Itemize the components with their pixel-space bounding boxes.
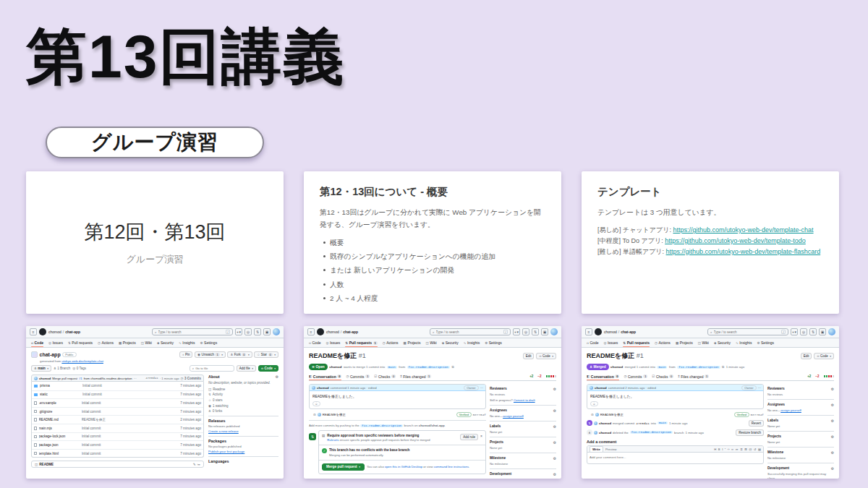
template-link-url[interactable]: https://github.com/utokyo-web-dev/templa… (666, 248, 821, 255)
file-row[interactable]: .env.sample Initial commit 7 minutes ago (32, 398, 203, 407)
comment-menu[interactable]: ⋯ (758, 386, 761, 390)
breadcrumb-owner[interactable]: chomod (604, 330, 617, 334)
github-logo[interactable] (595, 328, 602, 335)
repo-nav-tab[interactable]: ◈Security (157, 338, 174, 347)
user-avatar[interactable] (273, 328, 280, 335)
editor-toolbar-icon[interactable]: I (722, 448, 723, 451)
tags-link[interactable]: ◎0 Tags (72, 367, 86, 370)
commit-message[interactable]: from chomod/fix-readme-description (84, 377, 132, 380)
repo-stat[interactable]: ◫Readme (208, 388, 278, 391)
code-button[interactable]: ‹›Code▾ (814, 353, 834, 359)
editor-toolbar-icon[interactable]: ∞ (731, 448, 733, 451)
pr-tab[interactable]: ±Files changed1 (678, 372, 709, 380)
file-row[interactable]: static Initial commit 7 minutes ago (32, 390, 203, 399)
header-action-button[interactable]: ▣ (541, 328, 548, 335)
pr-tab[interactable]: ◧Conversation0 (587, 372, 619, 380)
hamburger-menu-button[interactable]: ≡ (585, 328, 592, 335)
repo-nav-tab[interactable]: ⇅Pull requests (68, 338, 93, 347)
gear-icon[interactable]: ⚙ (831, 435, 834, 439)
sidebar-inline-link[interactable]: assign yourself (780, 408, 801, 412)
header-action-button[interactable]: +▾ (791, 328, 798, 335)
event-author[interactable]: chomod (599, 431, 611, 435)
header-action-button[interactable]: ◎ (522, 328, 529, 335)
template-link-url[interactable]: https://github.com/utokyo-web-dev/templa… (665, 237, 806, 244)
repo-stat[interactable]: ◉1 watching (208, 404, 278, 408)
go-to-file-input[interactable] (195, 367, 231, 370)
pr-tab[interactable]: ◧Conversation0 (309, 372, 341, 380)
repo-nav-tab[interactable]: ▦Projects (119, 338, 136, 347)
comment-author[interactable]: chomod (595, 386, 607, 390)
gear-icon[interactable]: ⚙ (553, 387, 556, 391)
gear-icon[interactable]: ⚙ (831, 419, 834, 423)
pr-tab[interactable]: ±Files changed1 (400, 372, 431, 380)
editor-toolbar-icon[interactable]: H (714, 448, 716, 451)
code-button[interactable]: ‹›Code▾ (536, 353, 556, 359)
repo-nav-tab[interactable]: ◫Wiki (698, 338, 709, 347)
repo-nav-tab[interactable]: ◎Issues (603, 338, 618, 347)
base-branch-chip[interactable]: main (657, 366, 667, 369)
comment-menu[interactable]: ⋯ (480, 386, 483, 390)
breadcrumb-repo[interactable]: chat-app (621, 330, 636, 334)
user-avatar[interactable] (828, 328, 835, 335)
gear-icon[interactable]: ⚙ (553, 408, 556, 413)
file-row[interactable]: package.json Initial commit 7 minutes ag… (32, 440, 203, 449)
repo-stat[interactable]: ⋔0 forks (208, 409, 278, 413)
repo-nav-tab[interactable]: ‹›Code (587, 338, 598, 347)
copy-icon[interactable]: ⧉ (451, 365, 454, 369)
readme-section-header[interactable]: ◫ README ✎ ≔ (31, 461, 204, 468)
branches-link[interactable]: ⋔1 Branch (54, 367, 70, 370)
outline-icon[interactable]: ≔ (197, 463, 201, 466)
verified-badge[interactable]: Verified (734, 412, 749, 417)
pr-number-link[interactable]: #1 (79, 377, 82, 380)
header-action-button[interactable]: ▣ (263, 328, 271, 335)
repo-nav-tab[interactable]: ∿Insights (179, 338, 195, 347)
repo-nav-tab[interactable]: ◷Actions (655, 338, 671, 347)
pencil-icon[interactable]: ✎ (193, 463, 196, 466)
gear-icon[interactable]: ⚙ (553, 472, 556, 476)
dismiss-icon[interactable]: × (480, 434, 482, 438)
repo-nav-tab[interactable]: ◫Wiki (425, 338, 436, 347)
comment-author[interactable]: chomod (317, 386, 329, 390)
repo-nav-tab[interactable]: ◫Wiki (141, 338, 152, 347)
editor-toolbar-icon[interactable]: ‹› (728, 448, 730, 451)
commit-message-link[interactable]: READMEを修正 (323, 413, 346, 416)
repo-nav-tab[interactable]: ◷Actions (383, 338, 399, 347)
releases-title[interactable]: Releases (208, 419, 278, 423)
header-action-button[interactable]: ◎ (244, 328, 252, 335)
repo-nav-tab[interactable]: ◎Issues (48, 338, 63, 347)
global-search[interactable]: ⌕ / (430, 328, 511, 335)
head-branch-chip[interactable]: fix-readme-description (360, 424, 403, 427)
editor-toolbar-icon[interactable]: ▤ (758, 448, 761, 451)
commit-hash[interactable]: 47e8da1 (145, 377, 158, 380)
gear-icon[interactable]: ⚙ (553, 456, 556, 461)
header-action-button[interactable]: ▣ (819, 328, 826, 335)
packages-title[interactable]: Packages (208, 439, 278, 443)
file-row[interactable]: package-lock.json Initial commit 7 minut… (32, 432, 203, 441)
user-avatar[interactable] (550, 328, 558, 335)
commit-history-link[interactable]: ◷3 Commits (181, 377, 201, 380)
repo-nav-tab[interactable]: ◎Issues (326, 338, 340, 347)
go-to-file-search[interactable]: ⌕ (190, 365, 234, 372)
repo-nav-tab[interactable]: ⇅Pull requests (623, 338, 650, 347)
preview-tab[interactable]: Preview (603, 446, 619, 452)
pr-tab[interactable]: ◷Commits1 (624, 372, 647, 380)
breadcrumb-repo[interactable]: chat-app (343, 330, 358, 334)
repo-name[interactable]: chat-app (40, 352, 61, 357)
pr-author[interactable]: chomod (610, 365, 623, 369)
head-branch-chip[interactable]: fix-readme-description (407, 366, 450, 369)
add-reaction-button[interactable]: ☺ (312, 401, 320, 406)
editor-toolbar-icon[interactable]: “ (725, 448, 726, 451)
repo-nav-tab[interactable]: ‹›Code (31, 338, 43, 347)
breadcrumb-owner[interactable]: chomod (326, 330, 339, 334)
merge-commit-hash[interactable]: 47e8da1 (636, 421, 649, 425)
github-logo[interactable] (317, 328, 324, 335)
repo-nav-tab[interactable]: ◈Security (714, 338, 731, 347)
gear-icon[interactable]: ⚙ (276, 374, 278, 379)
commit-message-link[interactable]: READMEを修正 (600, 413, 624, 416)
file-row[interactable]: main.mjs Initial commit 7 minutes ago (32, 424, 203, 432)
template-link-url[interactable]: https://github.com/utokyo-web-dev/templa… (673, 226, 813, 234)
global-search-input[interactable] (436, 330, 502, 334)
header-action-button[interactable]: ⇅ (809, 328, 817, 335)
create-release-link[interactable]: Create a new release (208, 429, 278, 433)
global-search[interactable]: ⌕ / (152, 328, 233, 335)
